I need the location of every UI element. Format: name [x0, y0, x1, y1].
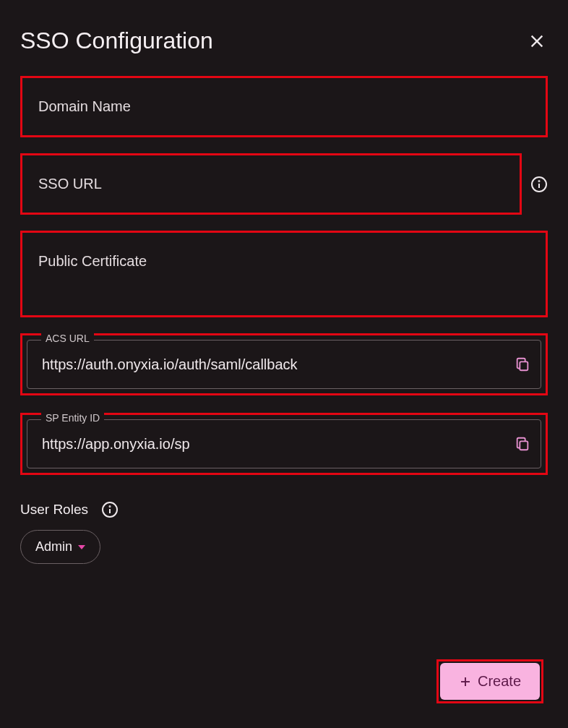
acs-url-inner: https://auth.onyxia.io/auth/saml/callbac…	[27, 340, 541, 389]
public-cert-field	[20, 231, 548, 317]
copy-icon[interactable]	[515, 356, 530, 372]
user-roles-label-row: User Roles	[20, 501, 548, 518]
user-roles-section: User Roles Admin	[20, 501, 548, 564]
acs-url-label: ACS URL	[41, 333, 94, 344]
dialog-title: SSO Configuration	[20, 27, 213, 54]
info-icon[interactable]	[530, 176, 548, 193]
plus-icon	[459, 675, 472, 688]
domain-name-row	[20, 76, 548, 137]
sso-url-field	[20, 153, 522, 215]
svg-point-9	[109, 506, 110, 507]
create-button-label: Create	[478, 673, 521, 690]
sp-entity-id-value: https://app.onyxia.io/sp	[42, 436, 515, 453]
domain-name-field	[20, 76, 548, 137]
public-cert-input[interactable]	[22, 233, 546, 312]
form-area: ACS URL https://auth.onyxia.io/auth/saml…	[13, 76, 555, 564]
sp-entity-id-inner: https://app.onyxia.io/sp	[27, 419, 541, 468]
domain-name-input[interactable]	[22, 78, 546, 135]
create-highlight: Create	[436, 659, 543, 703]
copy-icon[interactable]	[515, 436, 530, 452]
public-cert-row	[20, 231, 548, 317]
close-icon[interactable]	[529, 33, 545, 49]
create-button[interactable]: Create	[440, 663, 540, 700]
svg-rect-6	[520, 441, 528, 450]
dialog-footer: Create	[436, 659, 543, 703]
acs-url-value: https://auth.onyxia.io/auth/saml/callbac…	[42, 356, 515, 373]
dialog-header: SSO Configuration	[13, 13, 555, 76]
svg-rect-5	[520, 361, 528, 370]
info-icon[interactable]	[101, 501, 119, 518]
sp-entity-id-label: SP Entity ID	[41, 412, 104, 424]
role-dropdown[interactable]: Admin	[20, 530, 100, 564]
user-roles-label: User Roles	[20, 502, 88, 518]
sp-entity-id-field: SP Entity ID https://app.onyxia.io/sp	[20, 413, 548, 475]
acs-url-field: ACS URL https://auth.onyxia.io/auth/saml…	[20, 333, 548, 395]
caret-down-icon	[78, 545, 85, 549]
sso-url-input[interactable]	[22, 155, 520, 213]
role-selected: Admin	[35, 539, 72, 554]
sso-url-row	[20, 153, 548, 215]
svg-point-4	[539, 181, 540, 181]
